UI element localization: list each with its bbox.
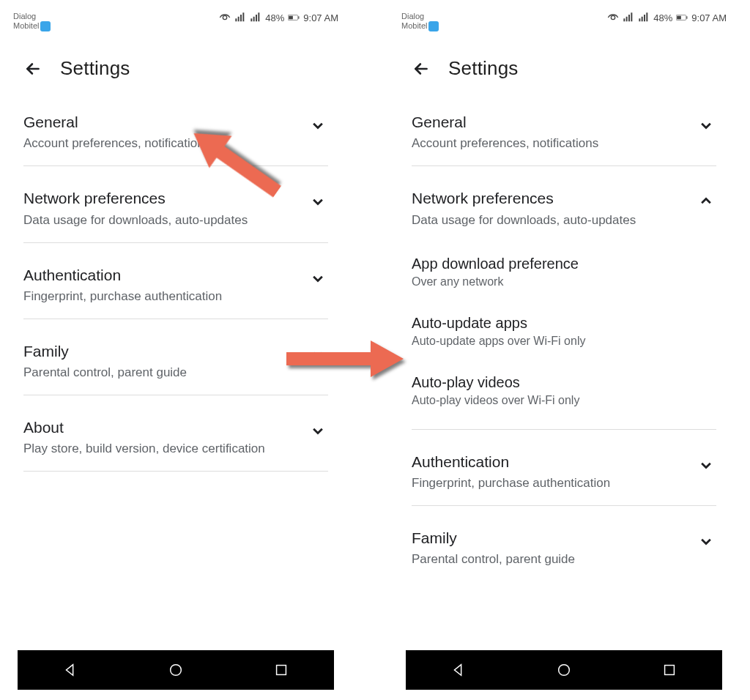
nav-back-icon[interactable] — [62, 662, 78, 678]
svg-rect-13 — [286, 352, 374, 365]
carrier-1: Dialog — [401, 12, 424, 21]
notification-app-icon — [40, 21, 51, 31]
topbar: Settings — [396, 37, 732, 90]
battery-pct: 48% — [653, 12, 672, 23]
svg-rect-9 — [687, 16, 688, 18]
sub-item-app-download-preference[interactable]: App download preference Over any network — [412, 242, 716, 302]
sub-item-auto-update-apps[interactable]: Auto-update apps Auto-update apps over W… — [412, 302, 716, 361]
android-navbar — [18, 650, 334, 690]
clock: 9:07 AM — [303, 12, 338, 23]
svg-point-4 — [171, 665, 182, 676]
nav-home-icon[interactable] — [556, 662, 572, 678]
item-title: Auto-update apps — [412, 315, 716, 332]
carrier-1: Dialog — [13, 12, 36, 21]
item-subtitle: Fingerprint, purchase authentication — [23, 288, 300, 305]
chevron-down-icon — [308, 191, 328, 212]
item-title: Network preferences — [412, 188, 688, 209]
back-icon[interactable] — [23, 59, 42, 78]
phone-right: Dialog Mobitel 48% 9:07 AM Settings Gene… — [396, 7, 732, 690]
svg-rect-5 — [277, 666, 286, 675]
status-bar: Dialog Mobitel 48% 9:07 AM — [7, 7, 344, 37]
chevron-down-icon — [308, 268, 328, 288]
eye-care-icon — [219, 12, 231, 23]
svg-point-0 — [223, 15, 227, 19]
item-subtitle: Data usage for downloads, auto-updates — [412, 212, 688, 229]
chevron-down-icon — [696, 455, 716, 475]
item-family[interactable]: Family Parental control, parent guide — [412, 506, 716, 581]
annotation-arrow-2 — [283, 333, 407, 384]
topbar: Settings — [7, 37, 344, 90]
item-title: Family — [23, 341, 300, 362]
eye-care-icon — [607, 12, 619, 23]
item-general[interactable]: General Account preferences, notificatio… — [412, 90, 716, 166]
chevron-up-icon — [696, 191, 716, 212]
item-subtitle: Play store, build version, device certif… — [23, 441, 300, 458]
item-subtitle: Auto-update apps over Wi-Fi only — [412, 335, 716, 348]
svg-point-10 — [559, 665, 570, 676]
clock: 9:07 AM — [691, 12, 727, 23]
item-about[interactable]: About Play store, build version, device … — [23, 395, 328, 472]
page-title: Settings — [448, 57, 519, 80]
battery-pct: 48% — [265, 12, 284, 23]
svg-point-6 — [612, 15, 615, 19]
svg-rect-3 — [299, 16, 300, 18]
carrier-2: Mobitel — [401, 21, 427, 30]
item-title: App download preference — [412, 256, 716, 272]
signal-icon-2 — [250, 12, 261, 23]
item-subtitle: Over any network — [412, 275, 716, 288]
item-authentication[interactable]: Authentication Fingerprint, purchase aut… — [412, 430, 716, 506]
page-title: Settings — [60, 57, 130, 80]
android-navbar — [406, 650, 722, 690]
nav-home-icon[interactable] — [168, 662, 184, 678]
item-title: About — [23, 417, 300, 438]
item-title: General — [412, 112, 688, 133]
carrier-2: Mobitel — [13, 21, 39, 30]
item-network-preferences[interactable]: Network preferences Data usage for downl… — [412, 166, 716, 242]
item-subtitle: Auto-play videos over Wi-Fi only — [412, 394, 716, 407]
item-subtitle: Account preferences, notifications — [412, 135, 688, 152]
signal-icon — [623, 12, 634, 23]
item-subtitle: Parental control, parent guide — [412, 551, 688, 568]
back-icon[interactable] — [412, 59, 431, 78]
svg-rect-11 — [665, 666, 675, 675]
item-title: Authentication — [412, 452, 688, 472]
svg-rect-2 — [289, 16, 293, 20]
chevron-down-icon — [308, 420, 328, 441]
nav-recent-icon[interactable] — [661, 662, 677, 678]
chevron-down-icon — [696, 531, 716, 551]
item-title: Family — [412, 528, 688, 548]
chevron-down-icon — [696, 115, 716, 135]
sub-item-auto-play-videos[interactable]: Auto-play videos Auto-play videos over W… — [412, 361, 716, 430]
nav-back-icon[interactable] — [450, 662, 467, 678]
item-subtitle: Fingerprint, purchase authentication — [412, 475, 688, 492]
item-title: Auto-play videos — [412, 374, 716, 391]
signal-icon-2 — [638, 12, 650, 23]
battery-icon — [676, 12, 688, 23]
svg-rect-8 — [677, 16, 681, 20]
chevron-down-icon — [308, 115, 328, 135]
svg-rect-12 — [215, 146, 281, 198]
nav-recent-icon[interactable] — [273, 662, 289, 678]
item-subtitle: Parental control, parent guide — [23, 365, 300, 381]
signal-icon — [234, 12, 246, 23]
battery-icon — [288, 12, 300, 23]
item-title: Authentication — [23, 265, 300, 286]
settings-list: General Account preferences, notificatio… — [396, 90, 732, 581]
notification-app-icon — [428, 21, 439, 31]
item-authentication[interactable]: Authentication Fingerprint, purchase aut… — [23, 243, 328, 319]
status-bar: Dialog Mobitel 48% 9:07 AM — [396, 7, 732, 37]
